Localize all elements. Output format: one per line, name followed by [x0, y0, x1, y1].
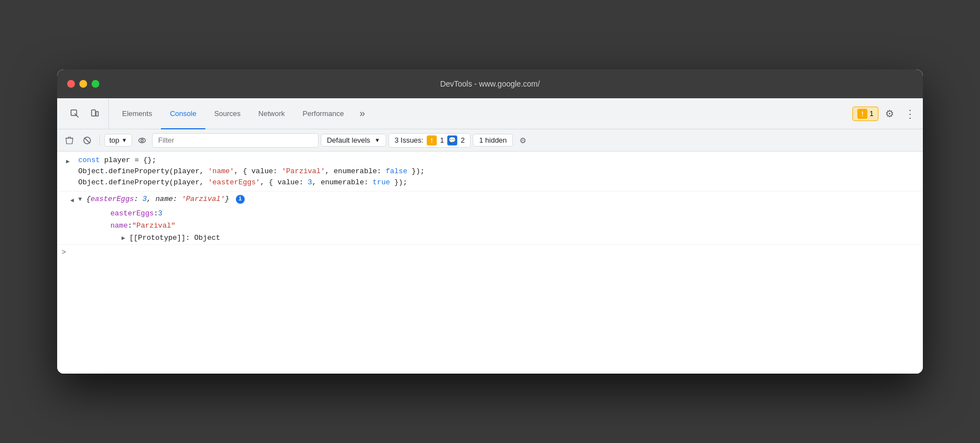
chevron-down-icon: ▼ — [122, 137, 127, 143]
traffic-lights — [67, 80, 99, 88]
console-toolbar: top ▼ Default levels ▼ 3 Issues: ! 1 💬 2… — [57, 129, 923, 152]
log-level-selector[interactable]: Default levels ▼ — [321, 134, 386, 147]
console-prompt-line: > — [57, 244, 923, 260]
devtools-window: DevTools - www.google.com/ Elements Cons… — [57, 69, 923, 374]
block-network-button[interactable] — [79, 133, 95, 148]
svg-rect-2 — [92, 110, 95, 116]
issues-warn-count-icon: ! — [427, 135, 437, 145]
output-arrow-left: ◀ — [70, 195, 74, 206]
window-title: DevTools - www.google.com/ — [440, 79, 540, 88]
prop-name-content: name: "Parzival" — [77, 220, 175, 231]
input-gutter: ▶ — [62, 155, 77, 167]
tab-elements[interactable]: Elements — [113, 99, 161, 129]
tab-icon-group — [62, 98, 109, 129]
tab-network[interactable]: Network — [250, 99, 294, 129]
tab-sources[interactable]: Sources — [205, 99, 250, 129]
prop-easter-eggs-content: easterEggs: 3 — [77, 208, 163, 219]
tab-console[interactable]: Console — [161, 99, 205, 129]
inspect-element-button[interactable] — [66, 105, 84, 123]
keyword-const: const — [78, 156, 104, 164]
console-prompt-input[interactable] — [70, 248, 918, 256]
proto-gutter — [62, 233, 77, 234]
close-button[interactable] — [67, 80, 75, 88]
prop-gutter-1 — [62, 208, 77, 209]
prompt-symbol: > — [62, 248, 66, 256]
console-output: ▶ const player = {}; Object.defineProper… — [57, 152, 923, 374]
issues-count-button[interactable]: 3 Issues: ! 1 💬 2 — [388, 133, 471, 148]
console-input-line: ▶ const player = {}; Object.defineProper… — [57, 154, 923, 190]
prototype-content: ▶ [[Prototype]]: Object — [77, 233, 220, 244]
console-settings-button[interactable]: ⚙ — [515, 133, 531, 148]
settings-button[interactable]: ⚙ — [881, 105, 898, 123]
prototype-line: ▶ [[Prototype]]: Object — [57, 232, 923, 244]
prop-name-line: name: "Parzival" — [57, 220, 923, 232]
eye-icon-button[interactable] — [134, 133, 150, 148]
devtools-tabbar: Elements Console Sources Network Perform… — [57, 98, 923, 129]
prop-gutter-2 — [62, 220, 77, 222]
prop-easter-eggs-line: easterEggs: 3 — [57, 208, 923, 220]
context-selector[interactable]: top ▼ — [104, 134, 132, 147]
filter-input[interactable] — [152, 133, 319, 148]
issues-info-count-icon: 💬 — [447, 135, 457, 145]
chevron-down-icon-levels: ▼ — [375, 137, 380, 143]
hidden-count-label[interactable]: 1 hidden — [473, 134, 513, 147]
maximize-button[interactable] — [92, 80, 99, 88]
info-icon[interactable]: i — [236, 195, 245, 204]
expand-arrow-input[interactable]: ▶ — [66, 156, 74, 167]
output-gutter: ◀ — [62, 194, 77, 206]
clear-console-button[interactable] — [62, 133, 77, 148]
issues-badge[interactable]: ! 1 — [852, 107, 878, 121]
expand-arrow-obj[interactable]: ▼ — [78, 196, 82, 203]
titlebar: DevTools - www.google.com/ — [57, 69, 923, 98]
toolbar-divider-1 — [99, 135, 100, 146]
svg-point-8 — [139, 138, 145, 143]
input-content: const player = {}; Object.defineProperty… — [77, 155, 923, 188]
object-summary-line: ◀ ▼ {easterEggs: 3, name: 'Parzival'} i — [57, 193, 923, 208]
more-tabs-button[interactable]: » — [355, 98, 370, 129]
svg-rect-3 — [96, 112, 98, 116]
more-options-button[interactable]: ⋮ — [901, 105, 918, 123]
object-summary-content: ▼ {easterEggs: 3, name: 'Parzival'} i — [77, 194, 923, 205]
issues-warn-icon: ! — [857, 109, 867, 119]
expand-arrow-proto[interactable]: ▶ — [122, 233, 129, 244]
device-toggle-button[interactable] — [86, 105, 104, 123]
svg-line-7 — [84, 138, 90, 143]
tab-performance[interactable]: Performance — [294, 99, 352, 129]
svg-point-9 — [141, 139, 143, 142]
minimize-button[interactable] — [79, 80, 87, 88]
tab-right-actions: ! 1 ⚙ ⋮ — [852, 98, 918, 129]
console-output-section: ◀ ▼ {easterEggs: 3, name: 'Parzival'} i … — [57, 191, 923, 244]
